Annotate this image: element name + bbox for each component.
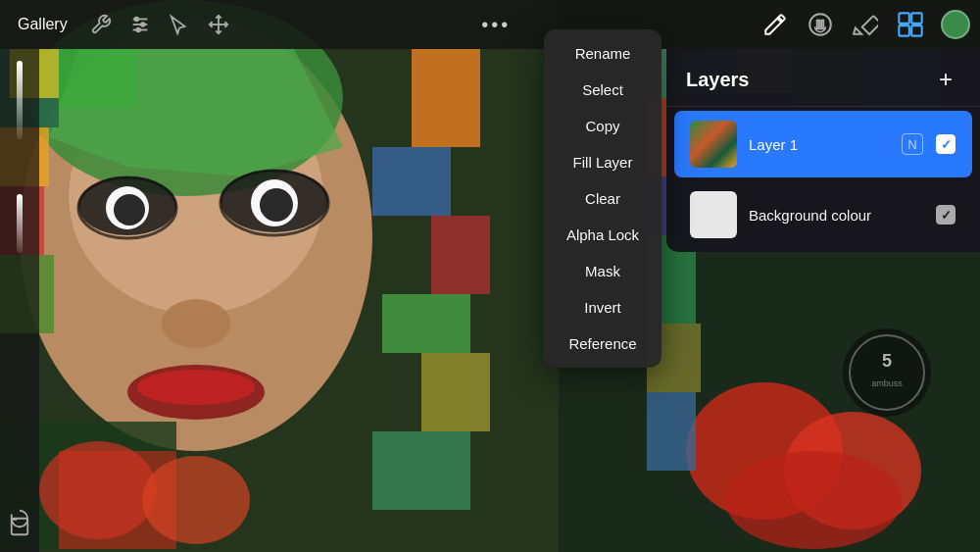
opacity-slider[interactable] xyxy=(17,61,23,139)
brush-tool-button[interactable] xyxy=(760,10,790,39)
top-bar-center: ••• xyxy=(232,14,760,36)
svg-point-9 xyxy=(251,179,298,226)
top-bar-right xyxy=(760,10,970,39)
svg-point-6 xyxy=(78,176,176,235)
top-bar-left: Gallery xyxy=(10,11,232,38)
background-thumbnail xyxy=(690,191,737,238)
svg-point-31 xyxy=(686,382,843,520)
adjustments-icon[interactable] xyxy=(126,11,154,38)
context-menu-item-alpha-lock[interactable]: Alpha Lock xyxy=(544,217,662,253)
svg-text:ambuss: ambuss xyxy=(871,378,903,388)
selection-icon[interactable] xyxy=(166,11,193,38)
svg-point-47 xyxy=(78,177,176,238)
context-menu: Rename Select Copy Fill Layer Clear Alph… xyxy=(544,29,662,368)
svg-point-52 xyxy=(134,18,138,22)
svg-rect-1 xyxy=(0,0,559,552)
svg-text:5: 5 xyxy=(882,351,892,371)
transform-icon[interactable] xyxy=(205,11,232,38)
svg-point-2 xyxy=(20,20,372,451)
background-info: Background colour xyxy=(749,207,923,224)
context-menu-item-reference[interactable]: Reference xyxy=(544,326,662,362)
background-checkmark xyxy=(936,205,956,225)
svg-point-11 xyxy=(260,188,293,222)
context-menu-item-rename[interactable]: Rename xyxy=(544,35,662,72)
svg-point-7 xyxy=(220,170,328,232)
more-options-button[interactable]: ••• xyxy=(481,14,511,36)
context-menu-item-copy[interactable]: Copy xyxy=(544,108,662,144)
smudge-tool-button[interactable] xyxy=(806,10,835,39)
svg-point-3 xyxy=(69,78,323,314)
left-sidebar xyxy=(0,49,39,552)
svg-point-48 xyxy=(220,171,328,235)
layers-panel: Layers + Layer 1 N Background colour xyxy=(666,49,980,252)
svg-point-10 xyxy=(114,194,145,226)
layer-item-background[interactable]: Background colour xyxy=(674,181,972,248)
eraser-tool-button[interactable] xyxy=(851,10,880,39)
svg-rect-21 xyxy=(412,49,480,147)
layers-panel-button[interactable] xyxy=(896,10,925,39)
layer1-info: Layer 1 xyxy=(749,136,890,153)
svg-rect-42 xyxy=(647,392,696,471)
layer1-thumbnail xyxy=(690,121,737,168)
layer1-checkbox[interactable] xyxy=(935,133,956,155)
svg-point-13 xyxy=(127,365,265,420)
svg-rect-25 xyxy=(421,353,490,431)
wrench-icon[interactable] xyxy=(87,11,115,38)
context-menu-item-invert[interactable]: Invert xyxy=(544,289,662,326)
svg-point-12 xyxy=(162,299,230,348)
svg-point-14 xyxy=(137,370,255,405)
size-slider[interactable] xyxy=(17,194,23,253)
svg-point-30 xyxy=(142,456,250,544)
color-picker-button[interactable] xyxy=(941,10,970,39)
layer1-name: Layer 1 xyxy=(749,136,890,153)
undo-button[interactable] xyxy=(6,505,33,532)
svg-point-33 xyxy=(725,451,902,549)
layer1-mode[interactable]: N xyxy=(902,133,923,155)
svg-rect-26 xyxy=(372,431,470,510)
svg-rect-57 xyxy=(899,13,909,23)
svg-rect-60 xyxy=(911,25,922,35)
svg-rect-19 xyxy=(59,49,137,108)
svg-rect-28 xyxy=(59,451,176,549)
top-bar: Gallery ••• xyxy=(0,0,980,49)
layers-header: Layers + xyxy=(666,49,980,107)
context-menu-item-select[interactable]: Select xyxy=(544,72,662,108)
svg-point-32 xyxy=(784,412,921,529)
svg-point-44 xyxy=(850,335,924,410)
svg-rect-23 xyxy=(431,216,490,294)
svg-point-54 xyxy=(136,28,140,32)
svg-point-8 xyxy=(106,186,149,229)
svg-marker-5 xyxy=(49,49,343,176)
context-menu-item-clear[interactable]: Clear xyxy=(544,180,662,217)
layers-add-button[interactable]: + xyxy=(931,65,960,94)
svg-rect-59 xyxy=(899,25,909,35)
layer-item-layer1[interactable]: Layer 1 N xyxy=(674,111,972,177)
svg-rect-22 xyxy=(372,147,451,216)
svg-point-43 xyxy=(843,328,931,417)
gallery-button[interactable]: Gallery xyxy=(10,12,75,37)
svg-point-29 xyxy=(39,441,157,539)
context-menu-item-fill-layer[interactable]: Fill Layer xyxy=(544,144,662,180)
svg-rect-24 xyxy=(382,294,470,353)
layer1-checkmark xyxy=(936,134,956,154)
background-name: Background colour xyxy=(749,207,923,224)
svg-point-53 xyxy=(141,23,145,26)
context-menu-item-mask[interactable]: Mask xyxy=(544,253,662,289)
svg-rect-58 xyxy=(911,13,922,23)
layers-title: Layers xyxy=(686,69,750,91)
background-checkbox[interactable] xyxy=(935,204,956,226)
